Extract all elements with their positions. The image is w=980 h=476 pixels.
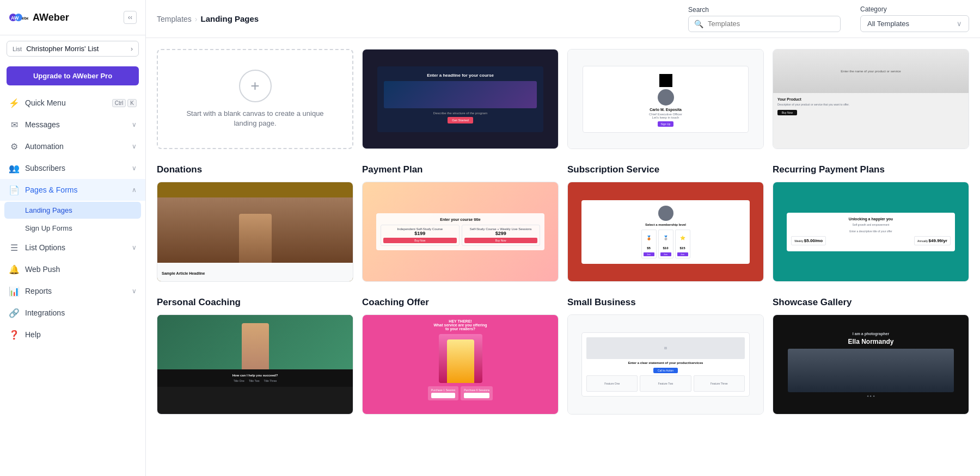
svg-text:AW: AW	[11, 15, 19, 21]
sidebar-item-help[interactable]: ❓ Help	[0, 324, 145, 345]
web-push-icon: 🔔	[9, 264, 20, 275]
top-bar: Templates › Landing Pages Search 🔍 Categ…	[146, 0, 980, 38]
section-header-payment-plan: Payment Plan	[362, 164, 559, 175]
sidebar-item-subscribers[interactable]: 👥 Subscribers ∨	[0, 157, 145, 179]
sidebar-label-help: Help	[25, 330, 41, 339]
template-card-payment-plan[interactable]: Enter your course title Independent Self…	[362, 182, 559, 282]
sidebar-item-messages[interactable]: ✉ Messages ∨	[0, 114, 145, 135]
template-preview-online-course: Enter a headline for your course Describ…	[363, 50, 558, 149]
sidebar-label-sign-up-forms: Sign Up Forms	[25, 224, 72, 232]
section-header-personal-coaching: Personal Coaching	[157, 297, 353, 308]
template-preview-coaching-offer: HEY THERE!What service are you offeringt…	[363, 315, 558, 414]
list-options-icon: ☰	[9, 242, 20, 253]
template-preview-subscription-service: Select a membership level 🥉 $5 Join 🥈 $1…	[568, 182, 763, 281]
automation-icon: ⚙	[9, 141, 20, 152]
sidebar-label-landing-pages: Landing Pages	[25, 206, 72, 214]
template-grid-container: + Start with a blank canvas to create a …	[146, 38, 980, 476]
template-card-product-service[interactable]: Enter the name of your product or servic…	[773, 49, 969, 149]
list-selector[interactable]: List Christopher Morris' List ›	[7, 41, 139, 57]
category-label: Category	[860, 5, 969, 13]
template-card-subscription-service[interactable]: Select a membership level 🥉 $5 Join 🥈 $1…	[567, 182, 764, 282]
sidebar-label-list-options: List Options	[25, 243, 65, 252]
template-preview-recurring-payment-plans: Unlocking a happier you Self growth and …	[773, 182, 969, 281]
sidebar-label-messages: Messages	[25, 120, 60, 129]
subscribers-chevron-icon: ∨	[132, 164, 137, 172]
category-area: Category All Templates ∨	[860, 5, 969, 32]
messages-icon: ✉	[9, 119, 20, 130]
automation-chevron-icon: ∨	[132, 143, 137, 150]
template-card-online-course[interactable]: Enter a headline for your course Describ…	[362, 49, 559, 149]
collapse-button[interactable]: ‹‹	[124, 11, 137, 24]
sidebar-item-automation[interactable]: ⚙ Automation ∨	[0, 135, 145, 157]
sidebar-item-sign-up-forms[interactable]: Sign Up Forms	[0, 220, 145, 237]
reports-icon: 📊	[9, 286, 20, 296]
template-card-coaching-offer[interactable]: HEY THERE!What service are you offeringt…	[362, 314, 559, 415]
kbd-k: K	[127, 99, 137, 107]
sidebar-label-subscribers: Subscribers	[25, 164, 65, 172]
section-header-donations: Donations	[157, 164, 353, 175]
sidebar-label-web-push: Web Push	[25, 265, 60, 274]
category-selected-value: All Templates	[867, 20, 909, 28]
sidebar-item-pages-forms[interactable]: 📄 Pages & Forms ∧	[0, 179, 145, 201]
template-preview-showcase-gallery: I am a photographer Ella Normandy ✦ ✦ ✦	[773, 315, 969, 414]
sidebar-item-reports[interactable]: 📊 Reports ∨	[0, 280, 145, 302]
template-card-personal-coaching[interactable]: How can I help you succeed? Title One Ti…	[157, 314, 353, 415]
sidebar: AW eber AWeber ‹‹ List Christopher Morri…	[0, 0, 146, 476]
search-box: 🔍	[688, 16, 841, 32]
template-card-recurring-payment-plans[interactable]: Unlocking a happier you Self growth and …	[773, 182, 969, 282]
list-label: List	[13, 46, 22, 52]
blank-plus-icon: +	[239, 70, 272, 102]
section-header-coaching-offer: Coaching Offer	[362, 297, 559, 308]
showcase-gallery-section: Showcase Gallery I am a photographer Ell…	[773, 293, 969, 415]
kbd-ctrl: Ctrl	[112, 99, 126, 107]
template-card-contact-info[interactable]: Carlo M. Esposita Chief Executive Office…	[567, 49, 764, 149]
template-preview-contact-info: Carlo M. Esposita Chief Executive Office…	[568, 50, 763, 149]
coaching-offer-section: Coaching Offer HEY THERE!What service ar…	[362, 293, 559, 415]
sidebar-item-list-options[interactable]: ☰ List Options ∨	[0, 237, 145, 258]
template-preview-payment-plan: Enter your course title Independent Self…	[363, 182, 558, 281]
breadcrumb-current: Landing Pages	[200, 14, 259, 23]
sidebar-item-integrations[interactable]: 🔗 Integrations	[0, 302, 145, 324]
template-card-small-business[interactable]: 🖼 Enter a clear statement of your produc…	[567, 314, 764, 415]
list-options-chevron-icon: ∨	[132, 244, 137, 251]
logo-text: AWeber	[33, 12, 69, 23]
category-select[interactable]: All Templates ∨	[860, 15, 969, 32]
sidebar-item-web-push[interactable]: 🔔 Web Push	[0, 258, 145, 280]
sidebar-item-landing-pages[interactable]: Landing Pages	[4, 202, 141, 219]
reports-chevron-icon: ∨	[132, 287, 137, 295]
template-preview-donations: Sample Article Headline	[157, 182, 353, 281]
template-card-showcase-gallery[interactable]: I am a photographer Ella Normandy ✦ ✦ ✦	[773, 314, 969, 415]
list-arrow-icon: ›	[131, 45, 133, 53]
recurring-payment-section: Recurring Payment Plans Unlocking a happ…	[773, 160, 969, 282]
template-card-blank[interactable]: + Start with a blank canvas to create a …	[157, 49, 353, 149]
search-input[interactable]	[708, 20, 835, 28]
section-header-subscription-service: Subscription Service	[567, 164, 764, 175]
search-icon: 🔍	[694, 20, 703, 28]
logo-area: AW eber AWeber	[9, 8, 69, 27]
sidebar-item-quick-menu[interactable]: ⚡ Quick Menu Ctrl K	[0, 92, 145, 114]
sidebar-label-integrations: Integrations	[25, 308, 65, 317]
subscription-service-section: Subscription Service Select a membership…	[567, 160, 764, 282]
top-template-row: + Start with a blank canvas to create a …	[157, 49, 969, 149]
template-preview-product-service: Enter the name of your product or servic…	[773, 50, 969, 149]
section-header-showcase-gallery: Showcase Gallery	[773, 297, 969, 308]
keyboard-hint: Ctrl K	[112, 99, 137, 107]
blank-card-text: Start with a blank canvas to create a un…	[174, 109, 336, 128]
pages-forms-chevron-icon: ∧	[132, 186, 137, 194]
personal-coaching-section: Personal Coaching How can I help you suc…	[157, 293, 353, 415]
breadcrumb-parent[interactable]: Templates	[157, 15, 192, 23]
sidebar-label-pages-forms: Pages & Forms	[25, 186, 77, 194]
pages-forms-icon: 📄	[9, 184, 20, 195]
section-header-recurring: Recurring Payment Plans	[773, 164, 969, 175]
category-dropdown-icon: ∨	[957, 20, 962, 28]
template-preview-small-business: 🖼 Enter a clear statement of your produc…	[568, 315, 763, 414]
aweber-logo: AW eber	[9, 8, 28, 27]
list-name: Christopher Morris' List	[26, 45, 126, 53]
template-card-donations[interactable]: Sample Article Headline	[157, 182, 353, 282]
breadcrumb: Templates › Landing Pages	[157, 14, 259, 23]
upgrade-button[interactable]: Upgrade to AWeber Pro	[7, 66, 139, 85]
sidebar-label-reports: Reports	[25, 287, 52, 295]
sidebar-label-quick-menu: Quick Menu	[25, 98, 66, 107]
section-header-small-business: Small Business	[567, 297, 764, 308]
integrations-icon: 🔗	[9, 307, 20, 318]
